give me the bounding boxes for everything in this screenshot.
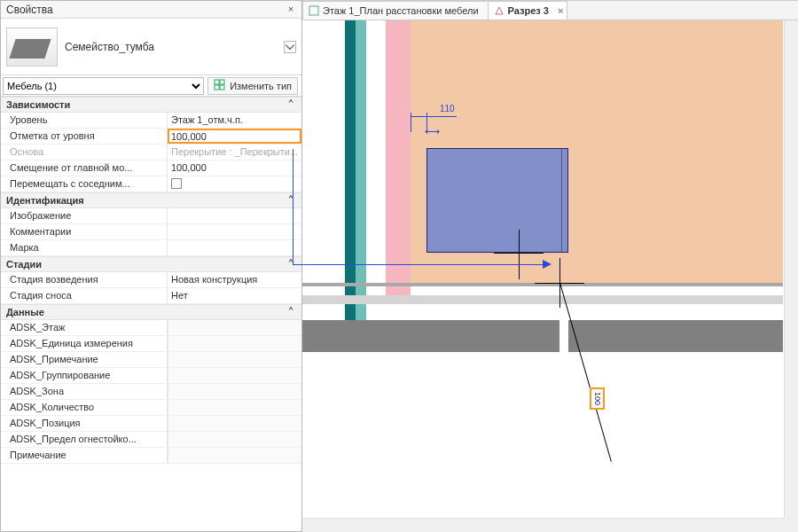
collapse-icon[interactable]: ⌃ [286, 99, 296, 110]
wall-layer-teal-light [356, 20, 366, 320]
dimension-value: 110 [440, 104, 455, 113]
edit-type-label: Изменить тип [230, 81, 292, 91]
dimension-tag[interactable]: 100 [590, 387, 605, 410]
callout-line [293, 149, 293, 264]
properties-panel: Свойства × Семейство_тумба Мебель (1) Из… [0, 0, 302, 532]
prop-adsk-pos[interactable]: ADSK_Позиция [1, 416, 301, 432]
view-tabs: Этаж 1_План расстановки мебели Разрез 3 … [302, 1, 798, 20]
collapse-icon[interactable]: ⌃ [286, 195, 296, 206]
prop-move-with-host[interactable]: Перемещать с соседним... [1, 176, 301, 192]
prop-adsk-note[interactable]: ADSK_Примечание [1, 352, 301, 368]
furniture-element[interactable] [426, 148, 568, 253]
svg-rect-3 [220, 85, 224, 90]
checkbox[interactable] [171, 178, 182, 189]
group-header-dependencies[interactable]: Зависимости ⌃ [1, 97, 301, 113]
prop-base: Основа Перекрытие : _Перекрыти... [1, 145, 301, 160]
close-icon[interactable]: × [284, 3, 298, 17]
family-selector[interactable]: Семейство_тумба [1, 19, 301, 75]
prop-adsk-fire[interactable]: ADSK_Предел огнестойко... [1, 432, 301, 448]
collapse-icon[interactable]: ⌃ [286, 307, 296, 317]
edit-type-icon [214, 79, 226, 93]
prop-host-offset[interactable]: Смещение от главной мо... 100,000 [1, 160, 301, 176]
dimension-arrow: ⟷ [425, 125, 440, 137]
callout-line [293, 264, 543, 265]
chevron-down-icon[interactable] [284, 41, 296, 53]
prop-adsk-group[interactable]: ADSK_Группирование [1, 368, 301, 384]
cursor-crosshair [519, 230, 520, 279]
family-thumbnail [6, 27, 58, 66]
group-header-phases[interactable]: Стадии ⌃ [1, 256, 301, 272]
properties-titlebar: Свойства × [1, 1, 301, 19]
svg-rect-4 [309, 6, 318, 15]
svg-rect-2 [215, 85, 219, 90]
floor-layer [302, 295, 783, 304]
svg-rect-0 [215, 80, 219, 84]
instance-selector-row: Мебель (1) Изменить тип [1, 75, 301, 97]
prop-phase-created[interactable]: Стадия возведения Новая конструкция [1, 272, 301, 288]
slab-segment [302, 320, 559, 352]
prop-adsk-floor[interactable]: ADSK_Этаж [1, 320, 301, 336]
prop-comments[interactable]: Комментарии [1, 224, 301, 240]
drawing-canvas[interactable]: 110 ⟷ 100 [302, 20, 798, 532]
scrollbar-horizontal[interactable] [302, 518, 784, 532]
dimension-tick [411, 113, 411, 132]
slab-segment [568, 320, 783, 352]
wall-layer-teal-dark [345, 20, 356, 320]
close-icon[interactable]: × [558, 5, 563, 16]
prop-adsk-qty[interactable]: ADSK_Количество [1, 400, 301, 416]
prop-adsk-unit[interactable]: ADSK_Единица измерения [1, 336, 301, 352]
prop-level[interactable]: Уровень Этаж 1_отм.ч.п. [1, 113, 301, 129]
properties-title: Свойства [6, 4, 284, 16]
instance-selector[interactable]: Мебель (1) [3, 77, 204, 95]
leader-line [559, 283, 612, 462]
prop-offset[interactable]: Отметка от уровня 100,000 [1, 129, 301, 145]
scrollbar-vertical[interactable] [784, 20, 798, 518]
scrollbar-corner [784, 518, 798, 532]
property-groups: Зависимости ⌃ Уровень Этаж 1_отм.ч.п. От… [1, 97, 301, 531]
section-icon [494, 5, 505, 16]
prop-phase-demolished[interactable]: Стадия сноса Нет [1, 288, 301, 304]
plan-icon [309, 5, 319, 16]
wall-layer-pink [386, 20, 411, 295]
tab-section[interactable]: Разрез 3 × [488, 1, 568, 20]
group-header-identification[interactable]: Идентификация ⌃ [1, 192, 301, 208]
arrow-icon [543, 260, 552, 269]
prop-adsk-zone[interactable]: ADSK_Зона [1, 384, 301, 400]
group-header-data[interactable]: Данные ⌃ [1, 304, 301, 320]
svg-rect-1 [220, 80, 224, 84]
prop-mark[interactable]: Марка [1, 240, 301, 256]
tab-plan[interactable]: Этаж 1_План расстановки мебели [302, 1, 489, 20]
edit-type-button[interactable]: Изменить тип [207, 77, 298, 95]
family-name: Семейство_тумба [65, 41, 277, 53]
dimension-line [411, 116, 457, 117]
prop-note[interactable]: Примечание [1, 448, 301, 464]
prop-image[interactable]: Изображение [1, 208, 301, 224]
